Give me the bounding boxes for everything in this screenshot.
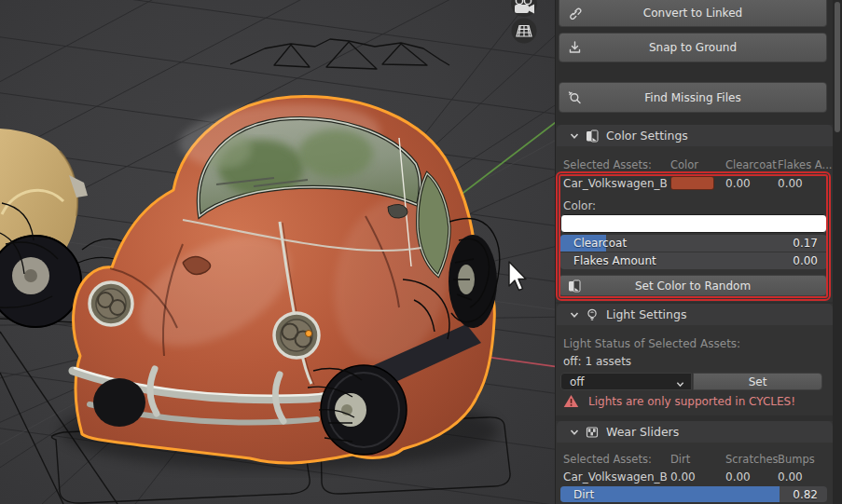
object-origin-dot [306,331,312,337]
blender-window: Convert to Linked Snap to Ground Find Mi… [0,0,842,504]
clearcoat-slider[interactable]: Clearcoat 0.17 [560,235,827,252]
snap-to-ground-label: Snap to Ground [649,41,737,54]
snap-to-ground-icon [568,41,582,55]
chevron-down-icon [676,378,684,391]
chevron-down-icon [570,310,579,320]
asset-flakes-value: 0.00 [778,177,803,190]
texture-checker-icon [586,426,599,439]
light-bulb-icon [586,308,599,321]
dirt-slider-value: 0.82 [793,488,818,501]
wear-col-scratches: Scratches [725,453,779,466]
set-button-label: Set [749,375,767,388]
chevron-down-icon [570,428,579,437]
clearcoat-slider-value: 0.17 [793,237,818,250]
color-settings-header[interactable]: Color Settings [557,125,833,146]
light-settings-title: Light Settings [606,307,686,321]
grid-floor-gizmo[interactable] [512,19,537,44]
asset-color-swatch[interactable] [670,176,714,190]
flakes-amount-slider[interactable]: Flakes Amount 0.00 [560,252,827,269]
set-light-state-button[interactable]: Set [693,373,822,390]
snap-to-ground-button[interactable]: Snap to Ground [559,33,827,62]
cycles-warning: Lights are only supported in CYCLES! [563,394,795,408]
light-status-label: Light Status of Selected Assets: [563,337,740,350]
3d-viewport[interactable] [0,0,555,504]
convert-to-linked-label: Convert to Linked [643,7,742,20]
color-label: Color: [563,199,596,212]
warning-triangle-icon [563,394,579,408]
light-state-dropdown[interactable]: off [560,373,692,390]
cycles-warning-text: Lights are only supported in CYCLES! [588,395,795,408]
wear-scratches-value: 0.00 [725,470,751,484]
color-swatches-icon [568,279,581,293]
dirt-slider[interactable]: Dirt 0.82 [560,486,827,502]
flakes-slider-value: 0.00 [793,254,818,267]
color-picker-field[interactable] [560,214,827,233]
color-settings-title: Color Settings [606,129,688,143]
wear-col-selected-assets: Selected Assets: [563,453,652,466]
scrollbar-thumb[interactable] [835,2,840,132]
find-missing-files-button[interactable]: Find Missing Files [559,82,827,113]
set-color-to-random-button[interactable]: Set Color to Random [559,275,827,296]
col-selected-assets: Selected Assets: [563,158,652,171]
link-icon [568,7,582,20]
sidebar: Convert to Linked Snap to Ground Find Mi… [555,0,833,504]
side-mirror [388,204,407,218]
flakes-slider-label: Flakes Amount [573,254,656,267]
chevron-down-icon [570,131,579,141]
set-color-to-random-label: Set Color to Random [635,279,751,293]
find-missing-files-label: Find Missing Files [644,91,740,104]
wear-sliders-header[interactable]: Wear Sliders [557,421,833,443]
col-clearcoat: Clearcoat [725,158,777,171]
wear-bumps-value: 0.00 [778,470,803,484]
wear-col-bumps: Bumps [778,453,815,466]
convert-to-linked-button[interactable]: Convert to Linked [559,0,827,27]
wear-sliders-title: Wear Sliders [606,425,679,439]
rear-right-wheel [449,235,497,328]
clearcoat-slider-label: Clearcoat [573,237,627,250]
col-flakes: Flakes A... [778,158,832,171]
wear-dirt-value: 0.00 [670,470,696,484]
asset-clearcoat-value: 0.00 [725,177,751,190]
color-swatches-icon [586,129,599,143]
col-color: Color [670,158,698,171]
light-state-dropdown-value: off [570,375,585,388]
wear-col-dirt: Dirt [670,453,690,466]
asset-row-name[interactable]: Car_Volkswagen_Be... [563,177,668,190]
wear-asset-row-name[interactable]: Car_Volkswagen_Be... [563,470,668,484]
light-settings-header[interactable]: Light Settings [557,304,833,325]
find-missing-icon [568,90,582,104]
sidebar-scrollbar[interactable] [833,0,842,504]
front-left-wheel [93,378,145,427]
light-status-value: off: 1 assets [563,355,631,368]
headlight-right [274,313,319,358]
dirt-slider-label: Dirt [573,488,594,501]
headlight-left [90,282,132,325]
